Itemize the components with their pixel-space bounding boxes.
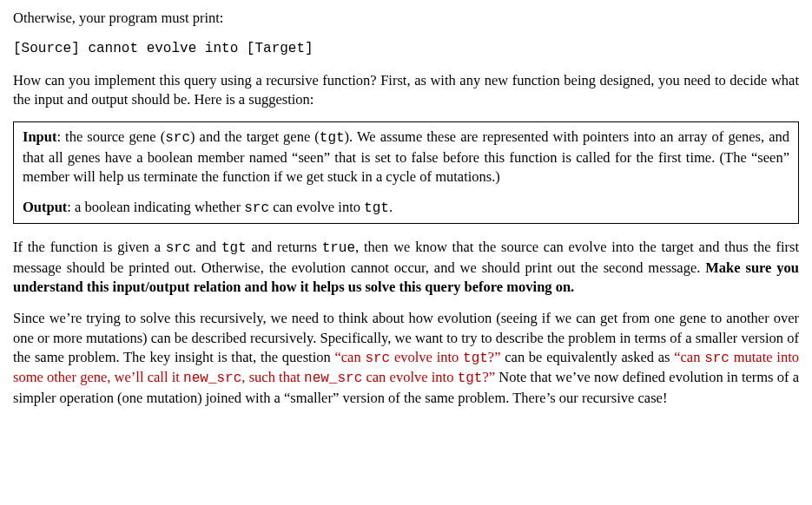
paragraph-how-can: How can you implement this query using a… (13, 71, 799, 110)
red2-newsrc2-code: new_src (304, 371, 362, 386)
if-text-1: If the function is given a (13, 239, 166, 255)
input-spec: Input: the source gene (src) and the tar… (23, 128, 789, 187)
red1-c: ?” (488, 349, 501, 365)
code-output-cannot-evolve: [Source] cannot evolve into [Target] (13, 40, 799, 59)
red1-tgt-code: tgt (463, 351, 488, 366)
red2-tgt-code: tgt (458, 371, 483, 386)
red2-src-code: src (704, 351, 729, 366)
if-text-2: and (191, 239, 221, 255)
if-text-3: and returns (247, 239, 322, 255)
output-src-code: src (244, 200, 269, 216)
input-text-1: : the source gene ( (56, 128, 165, 145)
output-label: Output (23, 199, 67, 215)
if-tgt-code: tgt (221, 240, 247, 256)
red1-b: evolve into (390, 349, 463, 365)
red1-a: “can (334, 349, 365, 365)
output-tgt-code: tgt (364, 200, 389, 216)
if-src-code: src (166, 240, 191, 256)
io-spec-box: Input: the source gene (src) and the tar… (13, 121, 799, 224)
red2-d: can evolve into (362, 369, 457, 385)
input-text-2: ) and the target gene ( (190, 128, 320, 145)
output-text-2: can evolve into (269, 199, 364, 215)
red2-newsrc-code: new_src (183, 371, 241, 386)
output-text-1: : a boolean indicating whether (67, 199, 244, 215)
red-question-1: “can src evolve into tgt?” (334, 349, 500, 365)
red2-e: ?” (482, 369, 495, 385)
input-label: Input (23, 128, 56, 145)
paragraph-otherwise: Otherwise, your program must print: (13, 9, 799, 28)
red2-a: “can (674, 349, 704, 365)
if-true-code: true (322, 240, 355, 256)
red1-src-code: src (365, 351, 390, 366)
red2-c: , such that (241, 369, 304, 385)
paragraph-since-recursive: Since we’re trying to solve this recursi… (13, 309, 799, 408)
paragraph-if-function: If the function is given a src and tgt a… (13, 238, 799, 297)
input-src-code: src (165, 130, 190, 146)
output-text-3: . (389, 199, 393, 215)
since-text-2: can be equivalently asked as (501, 349, 675, 365)
input-tgt-code: tgt (320, 130, 345, 146)
output-spec: Output: a boolean indicating whether src… (23, 198, 789, 219)
